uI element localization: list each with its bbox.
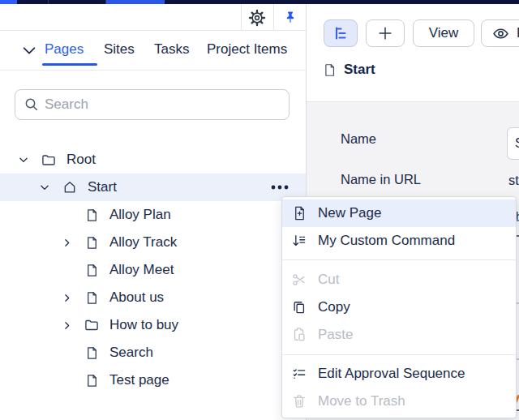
search-input[interactable] xyxy=(45,96,281,113)
pin-icon xyxy=(282,10,298,26)
name-in-url-label: Name in URL xyxy=(341,172,421,187)
chevron-right-icon[interactable] xyxy=(61,237,72,248)
paste-icon xyxy=(291,327,307,343)
tree-item-start[interactable]: Start xyxy=(0,174,306,201)
tree-item-label: Root xyxy=(66,152,96,168)
menu-item-copy[interactable]: Copy xyxy=(282,294,516,321)
plus-icon xyxy=(376,24,394,42)
chevron-right-icon[interactable] xyxy=(61,319,72,331)
menu-item-paste[interactable]: Paste xyxy=(282,321,516,349)
page-title: Start xyxy=(344,62,375,78)
page-icon xyxy=(84,262,100,278)
eye-icon xyxy=(491,24,510,43)
page-icon xyxy=(84,289,100,306)
active-tab-underline xyxy=(42,63,97,66)
scissors-icon xyxy=(291,272,307,288)
panel-collapse-chevron[interactable] xyxy=(22,45,36,56)
header-divider xyxy=(241,4,242,31)
home-icon xyxy=(62,179,78,195)
tree-item-how-to-buy[interactable]: How to buy xyxy=(0,311,306,339)
menu-item-edit-approval-sequence[interactable]: Edit Approval Sequence xyxy=(282,361,516,388)
context-menu: New Page My Custom Command Cut xyxy=(281,196,517,418)
tree-item-test-page[interactable]: Test page xyxy=(0,366,306,394)
chevron-spacer xyxy=(61,264,72,276)
view-button[interactable]: View xyxy=(413,19,474,47)
menu-item-move-to-trash[interactable]: Move to Trash xyxy=(282,388,516,415)
page-icon xyxy=(323,62,337,78)
menu-item-label: Edit Approval Sequence xyxy=(318,366,465,382)
settings-button[interactable] xyxy=(246,6,268,29)
tree-item-label: Search xyxy=(109,345,153,361)
tree-item-root[interactable]: Root xyxy=(0,146,306,174)
tree-item-label: About us xyxy=(109,289,164,306)
checklist-icon xyxy=(291,366,307,382)
preview-button[interactable]: Preview xyxy=(481,19,519,47)
page-icon xyxy=(84,372,100,388)
page-icon xyxy=(84,207,100,223)
add-content-button[interactable] xyxy=(366,19,405,47)
tree-item-label: Alloy Plan xyxy=(109,207,171,223)
tree-item-label: Test page xyxy=(109,372,169,388)
menu-item-my-custom-command[interactable]: My Custom Command xyxy=(282,227,516,255)
tab-pages[interactable]: Pages xyxy=(45,41,84,58)
view-button-label: View xyxy=(429,25,459,41)
tree-item-about-us[interactable]: About us xyxy=(0,284,306,311)
folder-icon xyxy=(84,317,100,333)
page-tree: Root Start Alloy Plan xyxy=(0,146,306,394)
chevron-down-icon[interactable] xyxy=(18,154,29,165)
tab-tasks[interactable]: Tasks xyxy=(154,41,189,58)
page-header: Start xyxy=(323,62,375,78)
pin-panel-button[interactable] xyxy=(279,6,302,29)
ellipsis-menu-button[interactable] xyxy=(271,185,289,190)
trash-icon xyxy=(291,393,307,409)
new-page-icon xyxy=(291,205,307,221)
sort-down-icon xyxy=(291,233,307,249)
chevron-down-icon[interactable] xyxy=(39,182,50,193)
tree-item-label: Alloy Track xyxy=(109,234,177,251)
name-field-label: Name xyxy=(341,131,376,147)
tree-item-alloy-track[interactable]: Alloy Track xyxy=(0,229,306,256)
search-icon xyxy=(24,96,40,113)
menu-item-label: Move to Trash xyxy=(318,393,405,409)
tree-item-alloy-plan[interactable]: Alloy Plan xyxy=(0,201,306,229)
name-in-url-value[interactable]: start xyxy=(508,173,519,188)
chevron-spacer xyxy=(61,209,72,221)
menu-item-label: Paste xyxy=(318,327,353,343)
tree-item-label: Alloy Meet xyxy=(109,262,174,278)
tree-view-icon xyxy=(332,25,349,41)
menu-item-label: New Page xyxy=(318,205,381,221)
toggle-navigation-button[interactable] xyxy=(324,19,358,47)
chevron-right-icon[interactable] xyxy=(61,292,72,303)
tree-item-label: How to buy xyxy=(109,317,178,333)
menu-item-label: My Custom Command xyxy=(318,233,455,249)
header-divider xyxy=(273,4,274,31)
chevron-spacer xyxy=(61,375,72,386)
menu-item-label: Cut xyxy=(318,272,339,288)
tree-item-alloy-meet[interactable]: Alloy Meet xyxy=(0,256,306,284)
chevron-down-icon xyxy=(22,45,36,56)
folder-icon xyxy=(41,152,57,168)
menu-item-label: Copy xyxy=(318,299,350,315)
tree-item-search[interactable]: Search xyxy=(0,339,306,366)
tab-sites[interactable]: Sites xyxy=(104,41,135,58)
menu-item-new-page[interactable]: New Page xyxy=(282,199,516,227)
search-box xyxy=(15,89,290,120)
chevron-spacer xyxy=(61,347,72,358)
name-input[interactable]: Start xyxy=(507,127,519,160)
tab-project-items[interactable]: Project Items xyxy=(207,41,287,58)
menu-separator xyxy=(282,354,516,355)
menu-separator xyxy=(282,259,516,260)
gear-icon xyxy=(248,9,266,27)
page-icon xyxy=(84,345,100,361)
page-icon xyxy=(84,234,100,251)
menu-item-cut[interactable]: Cut xyxy=(282,266,516,294)
tree-item-label: Start xyxy=(88,179,117,195)
copy-icon xyxy=(291,299,307,315)
